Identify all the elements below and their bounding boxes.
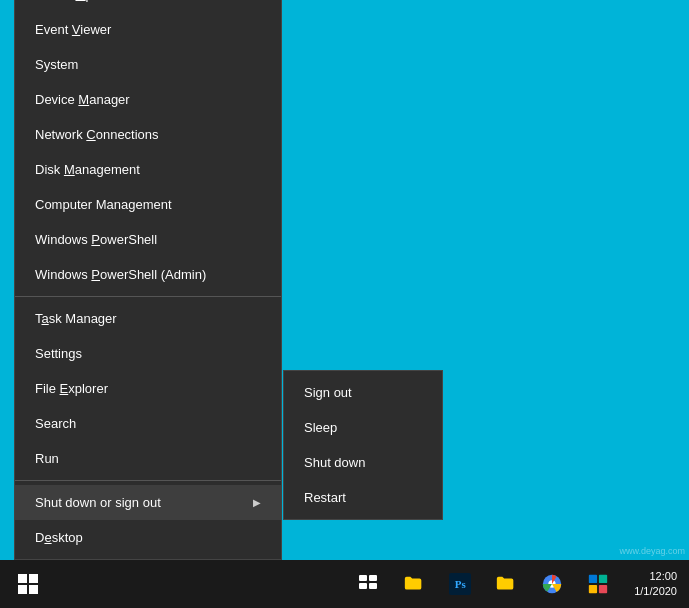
submenu-item-sign-out[interactable]: Sign out [284,375,442,410]
menu-item-file-explorer[interactable]: File Explorer [15,371,281,406]
menu-item-label: Device Manager [35,92,130,107]
clock: 12:00 1/1/2020 [634,569,677,600]
menu-item-label: Settings [35,346,82,361]
menu-item-label: File Explorer [35,381,108,396]
submenu: Sign outSleepShut downRestart [283,370,443,520]
file-explorer2-icon [495,573,517,595]
menu-item-label: Power Options [35,0,120,2]
svg-rect-2 [359,583,367,589]
svg-rect-7 [599,575,607,583]
svg-rect-9 [599,585,607,593]
menu-separator [15,296,281,297]
svg-rect-1 [369,575,377,581]
menu-separator [15,480,281,481]
submenu-chevron-icon: ▶ [253,497,261,508]
menu-item-label: Disk Management [35,162,140,177]
context-menu: Apps and FeaturesPower OptionsEvent View… [14,0,282,560]
menu-item-label: Network Connections [35,127,159,142]
submenu-item-shut-down[interactable]: Shut down [284,445,442,480]
photos-icon [587,573,609,595]
menu-item-label: Run [35,451,59,466]
menu-item-windows-powershell[interactable]: Windows PowerShell [15,222,281,257]
photos-taskbar-button[interactable] [576,562,620,606]
menu-item-label: Computer Management [35,197,172,212]
menu-item-shut-down-sign-out[interactable]: Shut down or sign out▶Sign outSleepShut … [15,485,281,520]
menu-item-label: Desktop [35,530,83,545]
file-explorer2-taskbar-button[interactable] [484,562,528,606]
menu-item-label: Windows PowerShell (Admin) [35,267,206,282]
submenu-item-sleep[interactable]: Sleep [284,410,442,445]
menu-item-computer-management[interactable]: Computer Management [15,187,281,222]
start-icon [18,574,38,594]
file-explorer-taskbar-button[interactable] [392,562,436,606]
menu-item-label: System [35,57,78,72]
menu-item-task-manager[interactable]: Task Manager [15,301,281,336]
svg-rect-6 [589,575,597,583]
photoshop-icon: Ps [449,573,471,595]
menu-item-windows-powershell-admin[interactable]: Windows PowerShell (Admin) [15,257,281,292]
taskbar-icons: Ps [346,562,620,606]
menu-item-desktop[interactable]: Desktop [15,520,281,555]
menu-item-run[interactable]: Run [15,441,281,476]
menu-item-network-connections[interactable]: Network Connections [15,117,281,152]
svg-rect-8 [589,585,597,593]
file-explorer-icon [403,573,425,595]
tray-area: 12:00 1/1/2020 [626,569,685,600]
menu-item-device-manager[interactable]: Device Manager [15,82,281,117]
task-view-icon [358,574,378,594]
watermark: www.deyag.com [619,546,685,556]
task-view-button[interactable] [346,562,390,606]
menu-item-label: Task Manager [35,311,117,326]
menu-item-event-viewer[interactable]: Event Viewer [15,12,281,47]
chrome-icon [541,573,563,595]
start-button[interactable] [4,560,52,608]
svg-rect-3 [369,583,377,589]
menu-item-label: Shut down or sign out [35,495,161,510]
date: 1/1/2020 [634,584,677,599]
menu-item-settings[interactable]: Settings [15,336,281,371]
menu-item-power-options[interactable]: Power Options [15,0,281,12]
menu-item-search[interactable]: Search [15,406,281,441]
taskbar: Ps [0,560,689,608]
submenu-item-restart[interactable]: Restart [284,480,442,515]
menu-item-disk-management[interactable]: Disk Management [15,152,281,187]
chrome-taskbar-button[interactable] [530,562,574,606]
menu-item-system[interactable]: System [15,47,281,82]
svg-rect-0 [359,575,367,581]
menu-item-label: Windows PowerShell [35,232,157,247]
time: 12:00 [634,569,677,584]
photoshop-taskbar-button[interactable]: Ps [438,562,482,606]
menu-item-label: Event Viewer [35,22,111,37]
menu-item-label: Search [35,416,76,431]
